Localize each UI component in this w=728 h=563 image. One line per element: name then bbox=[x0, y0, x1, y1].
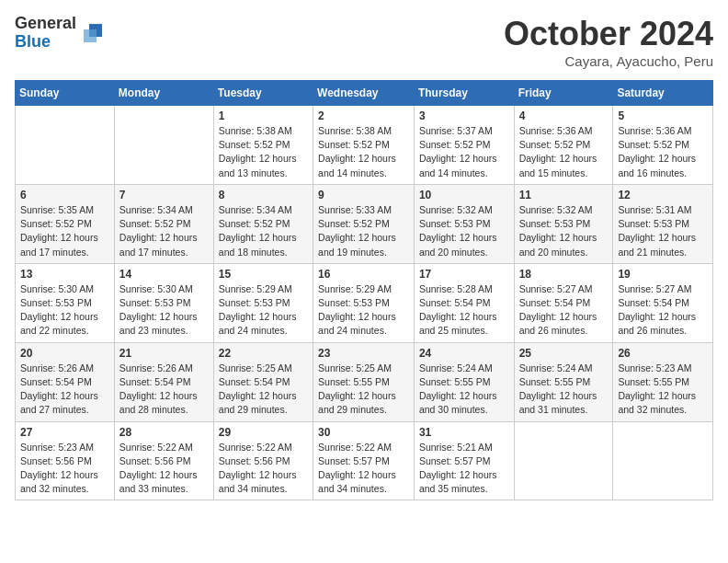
day-info: Sunrise: 5:29 AMSunset: 5:53 PMDaylight:… bbox=[318, 282, 409, 339]
day-number: 15 bbox=[219, 268, 308, 281]
day-info: Sunrise: 5:22 AMSunset: 5:56 PMDaylight:… bbox=[219, 441, 308, 497]
day-info: Sunrise: 5:26 AMSunset: 5:54 PMDaylight:… bbox=[119, 362, 209, 418]
calendar-cell: 26Sunrise: 5:23 AMSunset: 5:55 PMDayligh… bbox=[613, 342, 713, 421]
day-info: Sunrise: 5:32 AMSunset: 5:53 PMDaylight:… bbox=[519, 203, 609, 259]
calendar-cell: 21Sunrise: 5:26 AMSunset: 5:54 PMDayligh… bbox=[114, 342, 213, 421]
day-number: 5 bbox=[618, 109, 708, 122]
day-number: 2 bbox=[318, 109, 409, 122]
day-number: 17 bbox=[419, 268, 509, 281]
calendar-cell: 13Sunrise: 5:30 AMSunset: 5:53 PMDayligh… bbox=[16, 263, 115, 342]
day-number: 11 bbox=[519, 189, 609, 201]
day-number: 28 bbox=[119, 426, 209, 439]
weekday-header-friday: Friday bbox=[514, 81, 613, 106]
day-info: Sunrise: 5:30 AMSunset: 5:53 PMDaylight:… bbox=[20, 282, 109, 339]
weekday-header-wednesday: Wednesday bbox=[313, 81, 415, 106]
day-number: 1 bbox=[219, 109, 308, 122]
day-info: Sunrise: 5:25 AMSunset: 5:54 PMDaylight:… bbox=[219, 362, 308, 418]
day-number: 19 bbox=[618, 268, 708, 281]
day-number: 6 bbox=[20, 189, 109, 201]
day-info: Sunrise: 5:36 AMSunset: 5:52 PMDaylight:… bbox=[519, 124, 609, 180]
day-info: Sunrise: 5:36 AMSunset: 5:52 PMDaylight:… bbox=[618, 124, 708, 180]
calendar-cell: 6Sunrise: 5:35 AMSunset: 5:52 PMDaylight… bbox=[16, 184, 115, 263]
calendar-cell bbox=[114, 106, 213, 185]
day-number: 31 bbox=[419, 426, 509, 439]
calendar-cell: 17Sunrise: 5:28 AMSunset: 5:54 PMDayligh… bbox=[414, 263, 514, 342]
day-number: 20 bbox=[20, 347, 109, 360]
day-number: 26 bbox=[618, 347, 708, 360]
day-info: Sunrise: 5:33 AMSunset: 5:52 PMDaylight:… bbox=[318, 203, 409, 259]
calendar-cell: 23Sunrise: 5:25 AMSunset: 5:55 PMDayligh… bbox=[313, 342, 415, 421]
day-number: 7 bbox=[119, 189, 209, 201]
day-number: 25 bbox=[519, 347, 609, 360]
day-number: 27 bbox=[20, 426, 109, 439]
calendar-table: SundayMondayTuesdayWednesdayThursdayFrid… bbox=[15, 80, 713, 500]
day-info: Sunrise: 5:24 AMSunset: 5:55 PMDaylight:… bbox=[519, 362, 609, 418]
calendar-cell: 9Sunrise: 5:33 AMSunset: 5:52 PMDaylight… bbox=[313, 184, 415, 263]
weekday-header-tuesday: Tuesday bbox=[213, 81, 313, 106]
day-number: 23 bbox=[318, 347, 409, 360]
logo: General Blue bbox=[15, 15, 106, 52]
logo-blue: Blue bbox=[15, 33, 76, 52]
calendar-cell: 28Sunrise: 5:22 AMSunset: 5:56 PMDayligh… bbox=[114, 421, 213, 500]
day-info: Sunrise: 5:24 AMSunset: 5:55 PMDaylight:… bbox=[419, 362, 509, 418]
calendar-cell: 14Sunrise: 5:30 AMSunset: 5:53 PMDayligh… bbox=[114, 263, 213, 342]
calendar-cell: 5Sunrise: 5:36 AMSunset: 5:52 PMDaylight… bbox=[613, 106, 713, 185]
day-number: 18 bbox=[519, 268, 609, 281]
day-number: 24 bbox=[419, 347, 509, 360]
weekday-header-thursday: Thursday bbox=[414, 81, 514, 106]
calendar-cell: 1Sunrise: 5:38 AMSunset: 5:52 PMDaylight… bbox=[213, 106, 313, 185]
calendar-cell: 19Sunrise: 5:27 AMSunset: 5:54 PMDayligh… bbox=[613, 263, 713, 342]
calendar-cell bbox=[16, 106, 115, 185]
day-number: 14 bbox=[119, 268, 209, 281]
month-title: October 2024 bbox=[504, 15, 713, 53]
day-info: Sunrise: 5:38 AMSunset: 5:52 PMDaylight:… bbox=[219, 124, 308, 180]
calendar-cell: 25Sunrise: 5:24 AMSunset: 5:55 PMDayligh… bbox=[514, 342, 613, 421]
calendar-cell: 12Sunrise: 5:31 AMSunset: 5:53 PMDayligh… bbox=[613, 184, 713, 263]
day-number: 13 bbox=[20, 268, 109, 281]
day-info: Sunrise: 5:34 AMSunset: 5:52 PMDaylight:… bbox=[119, 203, 209, 259]
calendar-week-1: 1Sunrise: 5:38 AMSunset: 5:52 PMDaylight… bbox=[16, 106, 713, 185]
calendar-cell: 24Sunrise: 5:24 AMSunset: 5:55 PMDayligh… bbox=[414, 342, 514, 421]
day-info: Sunrise: 5:27 AMSunset: 5:54 PMDaylight:… bbox=[618, 282, 708, 339]
day-number: 4 bbox=[519, 109, 609, 122]
day-info: Sunrise: 5:22 AMSunset: 5:57 PMDaylight:… bbox=[318, 441, 409, 497]
calendar-cell: 20Sunrise: 5:26 AMSunset: 5:54 PMDayligh… bbox=[16, 342, 115, 421]
calendar-cell bbox=[613, 421, 713, 500]
calendar-cell: 27Sunrise: 5:23 AMSunset: 5:56 PMDayligh… bbox=[16, 421, 115, 500]
calendar-cell: 16Sunrise: 5:29 AMSunset: 5:53 PMDayligh… bbox=[313, 263, 415, 342]
calendar-cell bbox=[514, 421, 613, 500]
calendar-cell: 31Sunrise: 5:21 AMSunset: 5:57 PMDayligh… bbox=[414, 421, 514, 500]
day-number: 9 bbox=[318, 189, 409, 201]
logo-icon bbox=[80, 20, 106, 46]
logo-general: General bbox=[15, 15, 76, 33]
calendar-cell: 7Sunrise: 5:34 AMSunset: 5:52 PMDaylight… bbox=[114, 184, 213, 263]
calendar-cell: 15Sunrise: 5:29 AMSunset: 5:53 PMDayligh… bbox=[213, 263, 313, 342]
day-number: 10 bbox=[419, 189, 509, 201]
day-number: 22 bbox=[219, 347, 308, 360]
location-subtitle: Cayara, Ayacucho, Peru bbox=[504, 53, 713, 69]
day-info: Sunrise: 5:29 AMSunset: 5:53 PMDaylight:… bbox=[219, 282, 308, 339]
day-info: Sunrise: 5:35 AMSunset: 5:52 PMDaylight:… bbox=[20, 203, 109, 259]
calendar-cell: 18Sunrise: 5:27 AMSunset: 5:54 PMDayligh… bbox=[514, 263, 613, 342]
day-info: Sunrise: 5:37 AMSunset: 5:52 PMDaylight:… bbox=[419, 124, 509, 180]
day-info: Sunrise: 5:26 AMSunset: 5:54 PMDaylight:… bbox=[20, 362, 109, 418]
day-number: 21 bbox=[119, 347, 209, 360]
day-info: Sunrise: 5:38 AMSunset: 5:52 PMDaylight:… bbox=[318, 124, 409, 180]
day-info: Sunrise: 5:27 AMSunset: 5:54 PMDaylight:… bbox=[519, 282, 609, 339]
day-info: Sunrise: 5:34 AMSunset: 5:52 PMDaylight:… bbox=[219, 203, 308, 259]
calendar-cell: 8Sunrise: 5:34 AMSunset: 5:52 PMDaylight… bbox=[213, 184, 313, 263]
calendar-week-5: 27Sunrise: 5:23 AMSunset: 5:56 PMDayligh… bbox=[16, 421, 713, 500]
title-block: October 2024 Cayara, Ayacucho, Peru bbox=[504, 15, 713, 69]
day-info: Sunrise: 5:31 AMSunset: 5:53 PMDaylight:… bbox=[618, 203, 708, 259]
day-info: Sunrise: 5:23 AMSunset: 5:56 PMDaylight:… bbox=[20, 441, 109, 497]
page-header: General Blue October 2024 Cayara, Ayacuc… bbox=[15, 15, 713, 69]
calendar-cell: 11Sunrise: 5:32 AMSunset: 5:53 PMDayligh… bbox=[514, 184, 613, 263]
calendar-cell: 4Sunrise: 5:36 AMSunset: 5:52 PMDaylight… bbox=[514, 106, 613, 185]
calendar-week-4: 20Sunrise: 5:26 AMSunset: 5:54 PMDayligh… bbox=[16, 342, 713, 421]
calendar-cell: 2Sunrise: 5:38 AMSunset: 5:52 PMDaylight… bbox=[313, 106, 415, 185]
day-number: 3 bbox=[419, 109, 509, 122]
day-info: Sunrise: 5:32 AMSunset: 5:53 PMDaylight:… bbox=[419, 203, 509, 259]
day-number: 8 bbox=[219, 189, 308, 201]
day-number: 12 bbox=[618, 189, 708, 201]
svg-marker-1 bbox=[84, 29, 97, 42]
